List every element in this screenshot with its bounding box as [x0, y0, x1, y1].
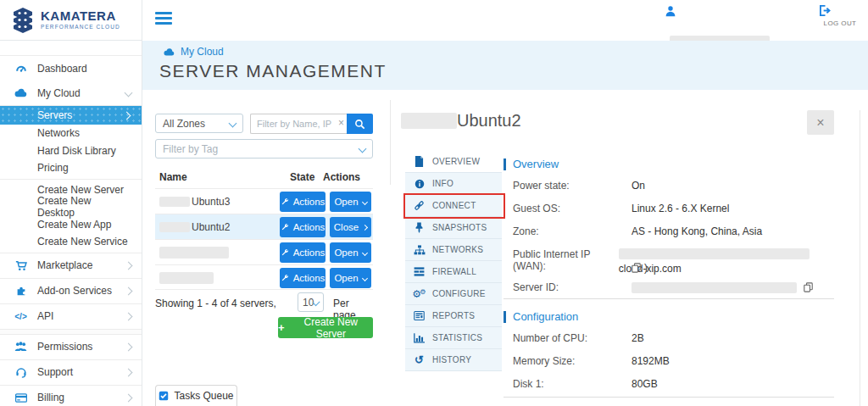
tag-filter-select[interactable]: Filter by Tag	[155, 139, 373, 159]
checkbox-checked-icon	[159, 391, 169, 401]
redacted-name-prefix	[159, 197, 190, 207]
chevron-right-icon	[125, 368, 133, 376]
sidebar-item-my-cloud[interactable]: My Cloud	[0, 81, 142, 105]
actions-button[interactable]: Actions	[280, 217, 326, 237]
actions-button[interactable]: Actions	[280, 242, 326, 263]
table-row-redacted[interactable]: ▶ Actions Open	[155, 239, 373, 264]
page-title: SERVER MANAGEMENT	[151, 61, 868, 81]
server-search-input[interactable]	[250, 114, 347, 134]
pin-icon	[413, 222, 426, 233]
redacted-name-prefix	[159, 222, 190, 232]
puzzle-icon	[14, 285, 28, 297]
sidebar-item-servers[interactable]: Servers	[0, 106, 142, 125]
clear-input-icon[interactable]: ×	[338, 117, 344, 129]
sidebar-item-pricing[interactable]: Pricing	[0, 159, 142, 177]
sidebar-item-create-new-desktop[interactable]: Create New Desktop	[0, 198, 142, 216]
tasks-queue-button[interactable]: Tasks Queue	[155, 385, 237, 406]
tab-firewall[interactable]: FIREWALL	[405, 261, 502, 283]
close-button[interactable]: Close	[330, 217, 371, 237]
chevron-right-icon	[125, 342, 133, 351]
sidebar-item-billing[interactable]: Billing	[0, 386, 142, 406]
tab-snapshots[interactable]: SNAPSHOTS	[405, 217, 502, 239]
chevron-down-icon	[313, 298, 320, 306]
open-button[interactable]: Open	[330, 242, 371, 263]
redacted-server-id	[632, 282, 797, 293]
tab-networks[interactable]: NETWORKS	[405, 239, 502, 261]
per-page-select[interactable]: 10	[298, 292, 324, 312]
overview-section-heading: Overview	[504, 158, 843, 170]
code-icon: </>	[14, 312, 28, 321]
history-icon: ↺	[413, 353, 426, 366]
close-panel-button[interactable]: ×	[807, 110, 834, 135]
tab-history[interactable]: ↺ HISTORY	[405, 349, 502, 371]
wrench-icon	[281, 197, 289, 206]
users-icon	[14, 342, 28, 352]
chevron-down-icon	[229, 120, 237, 128]
sidebar-item-create-new-app[interactable]: Create New App	[0, 216, 142, 234]
cloud-icon	[164, 48, 175, 56]
tab-connect[interactable]: CONNECT	[405, 195, 502, 217]
hamburger-menu-button[interactable]	[155, 12, 172, 25]
info-icon	[413, 179, 426, 189]
copy-icon[interactable]	[804, 282, 813, 292]
sidebar-nav: Dashboard My Cloud Servers Networks Ha	[0, 55, 142, 406]
credit-card-icon	[14, 393, 28, 403]
tab-overview[interactable]: OVERVIEW	[405, 151, 502, 173]
logout-button[interactable]: LOG OUT	[819, 5, 861, 27]
table-row-ubuntu2[interactable]: Ubuntu2 ▶ Actions Close	[155, 214, 373, 239]
actions-button[interactable]: Actions	[280, 192, 326, 212]
sidebar-item-dashboard[interactable]: Dashboard	[0, 56, 142, 81]
chevron-right-icon	[123, 111, 131, 120]
wrench-icon	[281, 223, 289, 231]
actions-button[interactable]: Actions	[280, 268, 326, 288]
chevron-right-icon	[362, 224, 368, 230]
power-state-row: Power state: On	[513, 180, 852, 192]
sidebar-item-api[interactable]: </> API	[0, 304, 142, 329]
redacted-ip-address	[619, 248, 810, 259]
sidebar-item-marketplace[interactable]: Marketplace	[0, 253, 142, 278]
page-header-band: My Cloud SERVER MANAGEMENT	[142, 41, 868, 90]
section-divider	[504, 298, 834, 299]
server-detail-title: Ubuntu2	[401, 111, 521, 131]
breadcrumb[interactable]: My Cloud	[164, 46, 868, 58]
panel-divider	[860, 110, 860, 406]
pagination: Showing 1 - 4 of 4 servers, 10 Per page	[155, 292, 373, 313]
panel-divider	[390, 100, 391, 185]
server-id-row: Server ID:	[513, 281, 852, 293]
table-row-ubuntu3[interactable]: Ubuntu3 ▶ Actions Open	[155, 188, 373, 214]
redacted-title-prefix	[401, 113, 457, 129]
search-icon	[354, 119, 365, 130]
zone-filter-select[interactable]: All Zones	[155, 114, 243, 133]
open-button[interactable]: Open	[330, 192, 371, 212]
sidebar-item-networks[interactable]: Networks	[0, 125, 142, 142]
tab-statistics[interactable]: STATISTICS	[405, 327, 502, 349]
copy-icon[interactable]	[632, 263, 641, 273]
search-button[interactable]	[347, 114, 373, 134]
sidebar-item-support[interactable]: Support	[0, 360, 142, 385]
server-search: ×	[250, 114, 347, 134]
server-name: Ubuntu2	[192, 221, 230, 233]
tab-info[interactable]: INFO	[405, 173, 502, 195]
chevron-down-icon	[125, 89, 133, 97]
redacted-server-name	[159, 272, 214, 284]
tab-reports[interactable]: REPORTS	[405, 305, 502, 327]
brand-name: KAMATERA	[41, 9, 120, 22]
topbar: LOG OUT	[142, 0, 868, 41]
sidebar-item-hard-disk-library[interactable]: Hard Disk Library	[0, 142, 142, 160]
sidebar-item-create-new-service[interactable]: Create New Service	[0, 233, 142, 251]
wrench-icon	[281, 248, 289, 257]
open-button[interactable]: Open	[330, 268, 371, 288]
sitemap-icon	[413, 245, 426, 255]
chevron-right-icon	[125, 312, 133, 320]
sidebar-item-permissions[interactable]: Permissions	[0, 335, 142, 359]
close-icon: ×	[816, 115, 824, 130]
table-row-redacted[interactable]: ▶ Actions Open	[155, 264, 373, 290]
chevron-right-icon	[125, 393, 133, 402]
sidebar-item-addon-services[interactable]: Add-on Services	[0, 279, 142, 303]
bar-chart-icon	[413, 333, 426, 343]
tab-configure[interactable]: ⚙⚙ CONFIGURE	[405, 283, 502, 305]
headset-icon	[14, 366, 28, 378]
submenu-divider	[0, 179, 142, 180]
create-new-server-button[interactable]: + Create New Server	[278, 317, 373, 338]
brand-logo[interactable]: KAMATERA PERFORMANCE CLOUD	[0, 0, 142, 41]
